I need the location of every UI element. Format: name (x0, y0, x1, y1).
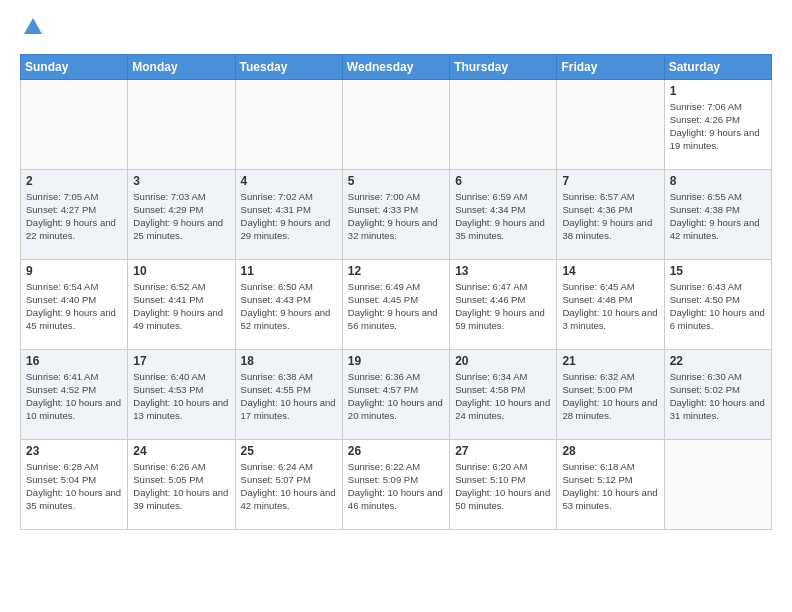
day-number: 21 (562, 354, 658, 368)
calendar-week-row: 16Sunrise: 6:41 AM Sunset: 4:52 PM Dayli… (21, 349, 772, 439)
day-number: 10 (133, 264, 229, 278)
day-info: Sunrise: 6:43 AM Sunset: 4:50 PM Dayligh… (670, 280, 766, 333)
day-number: 20 (455, 354, 551, 368)
calendar-week-row: 9Sunrise: 6:54 AM Sunset: 4:40 PM Daylig… (21, 259, 772, 349)
calendar-cell: 20Sunrise: 6:34 AM Sunset: 4:58 PM Dayli… (450, 349, 557, 439)
calendar-cell: 27Sunrise: 6:20 AM Sunset: 5:10 PM Dayli… (450, 439, 557, 529)
weekday-header-thursday: Thursday (450, 54, 557, 79)
calendar-cell: 17Sunrise: 6:40 AM Sunset: 4:53 PM Dayli… (128, 349, 235, 439)
calendar-cell: 15Sunrise: 6:43 AM Sunset: 4:50 PM Dayli… (664, 259, 771, 349)
calendar-cell: 2Sunrise: 7:05 AM Sunset: 4:27 PM Daylig… (21, 169, 128, 259)
day-info: Sunrise: 6:24 AM Sunset: 5:07 PM Dayligh… (241, 460, 337, 513)
weekday-header-monday: Monday (128, 54, 235, 79)
day-info: Sunrise: 6:47 AM Sunset: 4:46 PM Dayligh… (455, 280, 551, 333)
day-number: 19 (348, 354, 444, 368)
day-info: Sunrise: 7:00 AM Sunset: 4:33 PM Dayligh… (348, 190, 444, 243)
calendar-cell (557, 79, 664, 169)
day-info: Sunrise: 6:41 AM Sunset: 4:52 PM Dayligh… (26, 370, 122, 423)
day-number: 1 (670, 84, 766, 98)
day-number: 14 (562, 264, 658, 278)
weekday-header-saturday: Saturday (664, 54, 771, 79)
logo-icon (22, 16, 44, 38)
calendar-cell: 16Sunrise: 6:41 AM Sunset: 4:52 PM Dayli… (21, 349, 128, 439)
day-number: 27 (455, 444, 551, 458)
day-number: 6 (455, 174, 551, 188)
day-info: Sunrise: 6:55 AM Sunset: 4:38 PM Dayligh… (670, 190, 766, 243)
day-info: Sunrise: 6:52 AM Sunset: 4:41 PM Dayligh… (133, 280, 229, 333)
calendar-cell: 19Sunrise: 6:36 AM Sunset: 4:57 PM Dayli… (342, 349, 449, 439)
calendar-cell: 3Sunrise: 7:03 AM Sunset: 4:29 PM Daylig… (128, 169, 235, 259)
day-info: Sunrise: 6:28 AM Sunset: 5:04 PM Dayligh… (26, 460, 122, 513)
calendar-cell: 13Sunrise: 6:47 AM Sunset: 4:46 PM Dayli… (450, 259, 557, 349)
calendar-cell: 5Sunrise: 7:00 AM Sunset: 4:33 PM Daylig… (342, 169, 449, 259)
day-number: 18 (241, 354, 337, 368)
calendar-cell: 28Sunrise: 6:18 AM Sunset: 5:12 PM Dayli… (557, 439, 664, 529)
calendar-cell (664, 439, 771, 529)
day-info: Sunrise: 7:02 AM Sunset: 4:31 PM Dayligh… (241, 190, 337, 243)
calendar-cell: 9Sunrise: 6:54 AM Sunset: 4:40 PM Daylig… (21, 259, 128, 349)
logo (20, 16, 44, 44)
day-info: Sunrise: 6:57 AM Sunset: 4:36 PM Dayligh… (562, 190, 658, 243)
calendar-cell: 12Sunrise: 6:49 AM Sunset: 4:45 PM Dayli… (342, 259, 449, 349)
day-number: 23 (26, 444, 122, 458)
calendar-cell: 21Sunrise: 6:32 AM Sunset: 5:00 PM Dayli… (557, 349, 664, 439)
calendar-week-row: 2Sunrise: 7:05 AM Sunset: 4:27 PM Daylig… (21, 169, 772, 259)
day-info: Sunrise: 6:20 AM Sunset: 5:10 PM Dayligh… (455, 460, 551, 513)
weekday-header-tuesday: Tuesday (235, 54, 342, 79)
calendar-cell (128, 79, 235, 169)
calendar-week-row: 23Sunrise: 6:28 AM Sunset: 5:04 PM Dayli… (21, 439, 772, 529)
day-info: Sunrise: 6:36 AM Sunset: 4:57 PM Dayligh… (348, 370, 444, 423)
day-number: 3 (133, 174, 229, 188)
calendar-cell: 7Sunrise: 6:57 AM Sunset: 4:36 PM Daylig… (557, 169, 664, 259)
calendar-cell: 14Sunrise: 6:45 AM Sunset: 4:48 PM Dayli… (557, 259, 664, 349)
day-info: Sunrise: 6:26 AM Sunset: 5:05 PM Dayligh… (133, 460, 229, 513)
day-number: 4 (241, 174, 337, 188)
weekday-header-sunday: Sunday (21, 54, 128, 79)
calendar-cell: 1Sunrise: 7:06 AM Sunset: 4:26 PM Daylig… (664, 79, 771, 169)
calendar-table: SundayMondayTuesdayWednesdayThursdayFrid… (20, 54, 772, 530)
calendar-cell: 10Sunrise: 6:52 AM Sunset: 4:41 PM Dayli… (128, 259, 235, 349)
calendar-cell: 24Sunrise: 6:26 AM Sunset: 5:05 PM Dayli… (128, 439, 235, 529)
header (20, 16, 772, 44)
day-number: 17 (133, 354, 229, 368)
day-info: Sunrise: 6:59 AM Sunset: 4:34 PM Dayligh… (455, 190, 551, 243)
day-number: 26 (348, 444, 444, 458)
calendar-cell: 11Sunrise: 6:50 AM Sunset: 4:43 PM Dayli… (235, 259, 342, 349)
calendar-cell (21, 79, 128, 169)
day-number: 12 (348, 264, 444, 278)
calendar-cell: 23Sunrise: 6:28 AM Sunset: 5:04 PM Dayli… (21, 439, 128, 529)
day-info: Sunrise: 6:38 AM Sunset: 4:55 PM Dayligh… (241, 370, 337, 423)
day-info: Sunrise: 6:34 AM Sunset: 4:58 PM Dayligh… (455, 370, 551, 423)
day-info: Sunrise: 6:50 AM Sunset: 4:43 PM Dayligh… (241, 280, 337, 333)
day-number: 25 (241, 444, 337, 458)
weekday-header-row: SundayMondayTuesdayWednesdayThursdayFrid… (21, 54, 772, 79)
day-info: Sunrise: 6:49 AM Sunset: 4:45 PM Dayligh… (348, 280, 444, 333)
day-info: Sunrise: 7:03 AM Sunset: 4:29 PM Dayligh… (133, 190, 229, 243)
calendar-cell (450, 79, 557, 169)
day-info: Sunrise: 6:30 AM Sunset: 5:02 PM Dayligh… (670, 370, 766, 423)
day-info: Sunrise: 6:18 AM Sunset: 5:12 PM Dayligh… (562, 460, 658, 513)
weekday-header-wednesday: Wednesday (342, 54, 449, 79)
calendar-cell (342, 79, 449, 169)
day-number: 2 (26, 174, 122, 188)
day-number: 11 (241, 264, 337, 278)
day-info: Sunrise: 7:06 AM Sunset: 4:26 PM Dayligh… (670, 100, 766, 153)
day-number: 22 (670, 354, 766, 368)
day-info: Sunrise: 6:32 AM Sunset: 5:00 PM Dayligh… (562, 370, 658, 423)
calendar-cell: 22Sunrise: 6:30 AM Sunset: 5:02 PM Dayli… (664, 349, 771, 439)
day-number: 13 (455, 264, 551, 278)
day-number: 28 (562, 444, 658, 458)
weekday-header-friday: Friday (557, 54, 664, 79)
day-info: Sunrise: 6:54 AM Sunset: 4:40 PM Dayligh… (26, 280, 122, 333)
calendar-week-row: 1Sunrise: 7:06 AM Sunset: 4:26 PM Daylig… (21, 79, 772, 169)
day-info: Sunrise: 6:40 AM Sunset: 4:53 PM Dayligh… (133, 370, 229, 423)
calendar-cell (235, 79, 342, 169)
day-number: 9 (26, 264, 122, 278)
svg-marker-0 (24, 18, 42, 34)
day-number: 8 (670, 174, 766, 188)
calendar-cell: 4Sunrise: 7:02 AM Sunset: 4:31 PM Daylig… (235, 169, 342, 259)
day-number: 24 (133, 444, 229, 458)
day-info: Sunrise: 6:22 AM Sunset: 5:09 PM Dayligh… (348, 460, 444, 513)
calendar-cell: 25Sunrise: 6:24 AM Sunset: 5:07 PM Dayli… (235, 439, 342, 529)
day-number: 7 (562, 174, 658, 188)
